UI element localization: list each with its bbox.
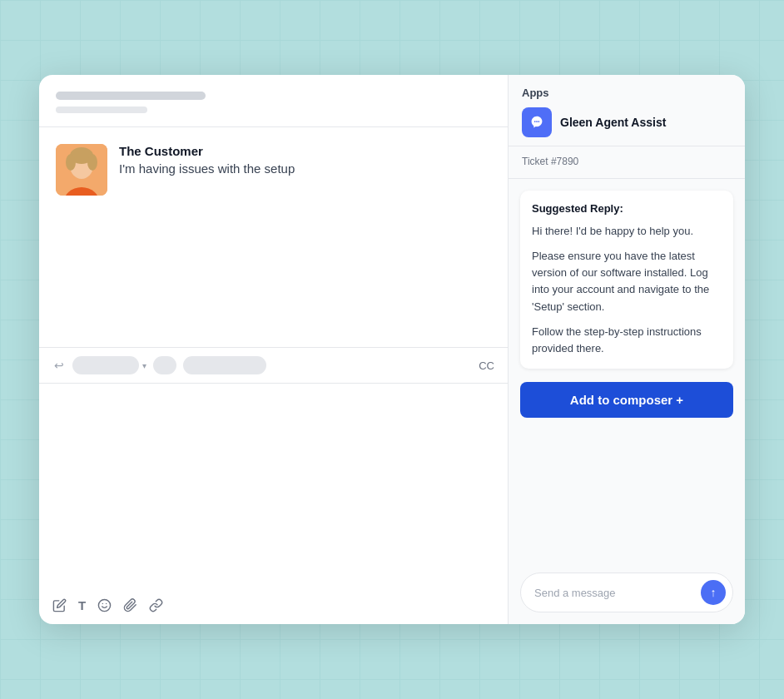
svg-point-11 (536, 121, 538, 122)
emoji-icon[interactable] (97, 598, 112, 612)
suggestion-section: Suggested Reply: Hi there! I'd be happy … (509, 179, 745, 564)
add-to-composer-button[interactable]: Add to composer + (520, 382, 733, 418)
toolbar-pill-large (183, 356, 266, 374)
icon-toolbar: T (39, 590, 508, 624)
suggested-reply-label: Suggested Reply: (532, 202, 722, 215)
send-input-row: ↑ (520, 573, 733, 612)
dropdown-pill[interactable] (72, 356, 139, 374)
suggestion-p2: Please ensure you have the latest versio… (532, 248, 722, 315)
text-format-icon[interactable]: T (78, 598, 86, 612)
undo-icon[interactable]: ↩ (52, 359, 66, 372)
header-bar-2 (56, 107, 147, 113)
ticket-info: Ticket #7890 (509, 146, 745, 179)
send-button[interactable]: ↑ (701, 580, 726, 605)
avatar (56, 144, 107, 196)
cc-button[interactable]: CC (479, 359, 494, 372)
message-area: The Customer I'm having issues with the … (39, 127, 508, 347)
reply-type-dropdown[interactable]: ▾ (72, 356, 146, 374)
toolbar-pill-small (153, 356, 176, 374)
svg-point-10 (534, 121, 536, 122)
app-name: Gleen Agent Assist (560, 116, 666, 129)
attach-icon[interactable] (123, 598, 137, 612)
svg-point-6 (99, 599, 111, 611)
suggestion-text: Hi there! I'd be happy to help you. Plea… (532, 223, 722, 357)
composer-area[interactable] (39, 384, 508, 590)
svg-point-12 (538, 121, 539, 122)
right-panel: Apps Gleen Agent Assist Ticket #7890 (509, 75, 745, 624)
main-window: The Customer I'm having issues with the … (39, 75, 745, 624)
suggestion-p3: Follow the step-by-step instructions pro… (532, 324, 722, 357)
send-message-input[interactable] (534, 587, 694, 599)
reply-toolbar: ↩ ▾ CC (39, 348, 508, 384)
svg-point-4 (66, 154, 76, 171)
chevron-down-icon[interactable]: ▾ (142, 361, 146, 370)
suggestion-p1: Hi there! I'd be happy to help you. (532, 223, 722, 240)
add-to-composer-label: Add to composer + (570, 393, 683, 407)
apps-label: Apps (522, 87, 732, 99)
send-message-area: ↑ (509, 564, 745, 624)
edit-icon[interactable] (52, 598, 67, 612)
app-row: Gleen Agent Assist (522, 107, 732, 137)
app-icon (522, 107, 552, 137)
left-panel: The Customer I'm having issues with the … (39, 75, 509, 624)
suggestion-card: Suggested Reply: Hi there! I'd be happy … (520, 191, 733, 369)
message-text: I'm having issues with the setup (119, 161, 295, 176)
sender-name: The Customer (119, 144, 295, 158)
send-arrow-icon: ↑ (711, 586, 717, 599)
svg-point-5 (87, 154, 97, 171)
header-bars (39, 75, 508, 127)
header-bar-1 (56, 92, 206, 100)
apps-header: Apps Gleen Agent Assist (509, 75, 745, 146)
message-content: The Customer I'm having issues with the … (119, 144, 295, 176)
ticket-number: Ticket #7890 (522, 156, 578, 167)
link-icon[interactable] (149, 598, 163, 612)
message-row: The Customer I'm having issues with the … (56, 144, 491, 196)
